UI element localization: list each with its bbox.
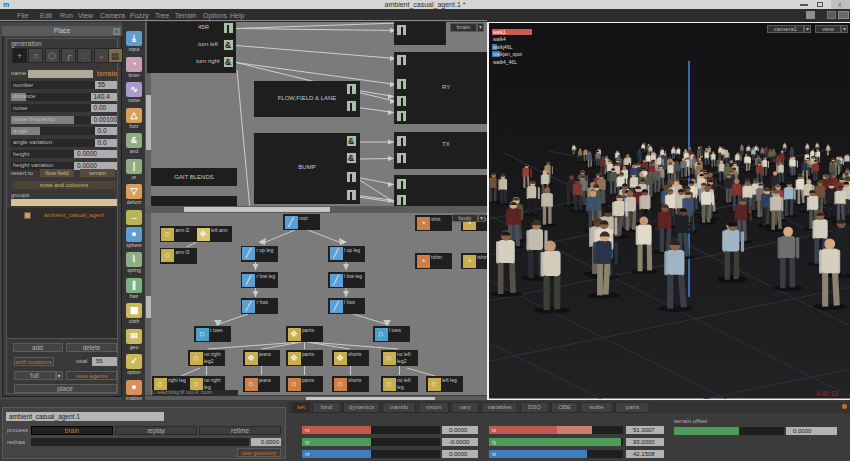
svg-text:4.40:13: 4.40:13 [816,390,838,397]
